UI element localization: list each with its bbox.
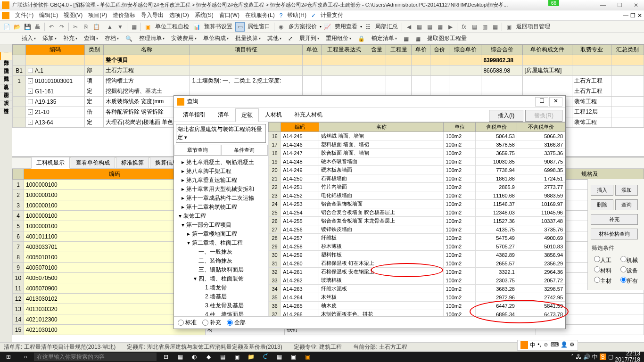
- table-row[interactable]: 31A14-260石棉保温板 钉在木梁上100m22655.572356.29: [269, 259, 565, 268]
- task-app9-icon[interactable]: ▣: [288, 354, 299, 360]
- tree-node[interactable]: 二、装饰抹灰: [175, 256, 267, 265]
- radio-machine[interactable]: 机械: [620, 256, 638, 264]
- fx-icon[interactable]: fx: [459, 22, 469, 32]
- menu-view[interactable]: 视图(V): [61, 11, 85, 19]
- save-icon[interactable]: 💾: [23, 22, 32, 32]
- tree-node[interactable]: ▸第七章混凝土、钢筋混凝土: [175, 158, 267, 167]
- tree-node[interactable]: ▾装饰工程: [175, 212, 267, 221]
- tree-node[interactable]: ▸第十一章成品构件二次运输: [175, 194, 267, 203]
- tree-node[interactable]: 4.柱、墙饰面层: [175, 310, 267, 316]
- multi-button[interactable]: 多方案报价: [287, 23, 319, 31]
- tb-expand-icon[interactable]: ⤢: [285, 35, 296, 42]
- mid-tab-0[interactable]: 工料机显示: [31, 157, 70, 169]
- tray-up-icon[interactable]: ˄: [571, 354, 574, 360]
- rp-price[interactable]: 材料价格查询: [591, 229, 638, 239]
- table-row[interactable]: 29A14-258杉木薄板100m25705.275010.83: [269, 242, 565, 251]
- maximize-icon[interactable]: ☐: [613, 2, 626, 8]
- tb-extract[interactable]: 提取图形工程量: [424, 34, 470, 42]
- dialog-grid-header[interactable]: 单位: [444, 123, 476, 132]
- radio-equip[interactable]: 设备: [620, 266, 638, 275]
- close2-icon[interactable]: ✕: [637, 12, 642, 19]
- rp-query[interactable]: 查询: [615, 199, 638, 210]
- table-row[interactable]: 34A14-263纤维水泥板100m23683.283298.57: [269, 285, 565, 293]
- restore-icon[interactable]: ❐: [630, 12, 636, 19]
- tree-node[interactable]: 一、一般抹灰: [175, 247, 267, 256]
- dialog-tree[interactable]: ▸第七章混凝土、钢筋混凝土▸第八章脚手架工程▸第九章垂直运输工程▸第十章常用大型…: [174, 156, 268, 316]
- tb-install[interactable]: 安装费用▾: [168, 34, 199, 42]
- table-row[interactable]: 37A14-266木制饰面板拼色、拼花100m26895.346473.78: [269, 310, 565, 317]
- dialog-close-icon[interactable]: ✕: [549, 97, 562, 107]
- vtab-measures[interactable]: 措施项目: [0, 60, 12, 68]
- tree-node[interactable]: 三、镶贴块料面层: [175, 265, 267, 274]
- top-header[interactable]: 汇总类别: [611, 45, 644, 55]
- tb-save[interactable]: 存档▾: [102, 34, 122, 42]
- tree-node[interactable]: ▸第九章垂直运输工程: [175, 176, 267, 185]
- dialog-max-icon[interactable]: ☐: [535, 97, 548, 107]
- paste-icon[interactable]: 📋: [91, 22, 101, 32]
- start-button[interactable]: ⊞: [0, 354, 17, 360]
- mid-tab-1[interactable]: 查看单价构成: [71, 157, 115, 169]
- bureau-button[interactable]: 局部汇总: [373, 23, 400, 31]
- top-header[interactable]: 综合单价: [449, 45, 481, 55]
- tb-g-icon[interactable]: ▦: [401, 35, 412, 42]
- dialog-grid-header[interactable]: 名称: [319, 123, 444, 132]
- table-row[interactable]: 36A14-265柚木皮100m26447.295841.59: [269, 302, 565, 310]
- rt-icon[interactable]: ▶: [446, 22, 455, 32]
- dialog-tab-2[interactable]: 定额: [235, 108, 259, 122]
- tree-node[interactable]: ▸第十章常用大型机械安拆和: [175, 185, 267, 194]
- tb-expand[interactable]: 展开到▾: [297, 34, 322, 42]
- rp-delete[interactable]: 删除: [591, 199, 613, 210]
- dialog-grid-header[interactable]: [269, 123, 281, 132]
- table-row[interactable]: 28A14-257纤维板100m25475.494900.69: [269, 234, 565, 242]
- table-row[interactable]: 20A14-249硬木板条墙面100m27738.946998.35: [269, 166, 565, 174]
- radio-material[interactable]: 材料: [594, 266, 611, 275]
- dialog-grid-header[interactable]: 编码: [281, 123, 319, 132]
- tree-node[interactable]: ▾四、墙、柱面装饰: [175, 274, 267, 283]
- return-icon[interactable]: ▣: [504, 22, 513, 32]
- top-header[interactable]: 类别: [85, 45, 104, 55]
- task-app5-icon[interactable]: ▣: [231, 354, 242, 360]
- tray-date[interactable]: 2017/7/18: [615, 357, 640, 362]
- lt-icon[interactable]: ◀: [404, 22, 413, 32]
- tray-vol-icon[interactable]: 🔊: [583, 354, 590, 360]
- sel2-icon[interactable]: ▦: [425, 22, 434, 32]
- top-header[interactable]: 综合合价: [481, 45, 522, 55]
- task-app10-icon[interactable]: ▣: [302, 354, 313, 360]
- check-icon[interactable]: ▣: [143, 22, 152, 32]
- dl-subtab-condition[interactable]: 条件查询: [221, 145, 268, 156]
- min2-icon[interactable]: —: [623, 12, 628, 19]
- attr-button[interactable]: 属性窗口: [246, 23, 272, 31]
- tray-sogou-icon[interactable]: S: [600, 354, 606, 360]
- table-row[interactable]: 26A14-255铝合金复合板墙面 木龙骨基层上100m211527.36103…: [269, 217, 565, 225]
- menu-window[interactable]: 窗口(W): [216, 11, 242, 19]
- radio-main[interactable]: 主材: [594, 277, 611, 285]
- block-icon[interactable]: ▦: [129, 22, 139, 32]
- tb-supp[interactable]: 补充▾: [60, 34, 80, 42]
- top-header[interactable]: [13, 45, 26, 55]
- tray-action-icon[interactable]: ▢: [608, 354, 613, 360]
- dialog-grid-header[interactable]: 含税单价: [476, 123, 517, 132]
- table-row[interactable]: 21A14-250石膏板墙面100m21861.881724.51: [269, 174, 565, 183]
- tb-extract-icon[interactable]: ▦: [413, 35, 423, 42]
- table-row[interactable]: 1-010101003001项挖沟槽土方1.土壤类别: 一、二类土 2.挖土深度…: [13, 76, 644, 86]
- top-header[interactable]: 取费专业: [572, 45, 611, 55]
- task-app7-icon[interactable]: Ƈ: [259, 354, 271, 360]
- table-row[interactable]: 17A14-246塑料板面 墙面、墙裙100m23578.583166.87: [269, 140, 565, 149]
- tree-node[interactable]: ▾第二章墙、柱面工程: [175, 239, 267, 247]
- top-header[interactable]: 单位: [303, 45, 322, 55]
- table-row[interactable]: 32A14-261石棉保温板 安在钢梁上100m23322.12964.36: [269, 268, 565, 276]
- dialog-replace-button[interactable]: 替换(R): [525, 110, 562, 122]
- top-header[interactable]: 项目特征: [190, 45, 303, 55]
- vtab-materials[interactable]: 人材机汇总: [0, 76, 12, 84]
- vtab-overview[interactable]: 工程概况: [0, 44, 12, 52]
- attr-icon[interactable]: ▭: [235, 22, 245, 32]
- tb-organize[interactable]: 整理清单▾: [136, 34, 167, 42]
- tree-node[interactable]: ▸第八章脚手架工程: [175, 167, 267, 176]
- menu-import[interactable]: 导入导出: [138, 11, 166, 19]
- menu-system[interactable]: 系统(S): [192, 11, 216, 19]
- task-app3-icon[interactable]: ◆: [203, 354, 214, 360]
- up-icon[interactable]: ▲: [105, 22, 115, 32]
- tree-node[interactable]: ▸第一章楼地面工程: [175, 230, 267, 239]
- table-row[interactable]: 18A14-247胶合板面 墙面、墙裙100m23659.753375.36: [269, 149, 565, 157]
- dialog-lib-combo[interactable]: 湖北省房屋建筑与装饰工程消耗量定 ▾: [176, 124, 266, 143]
